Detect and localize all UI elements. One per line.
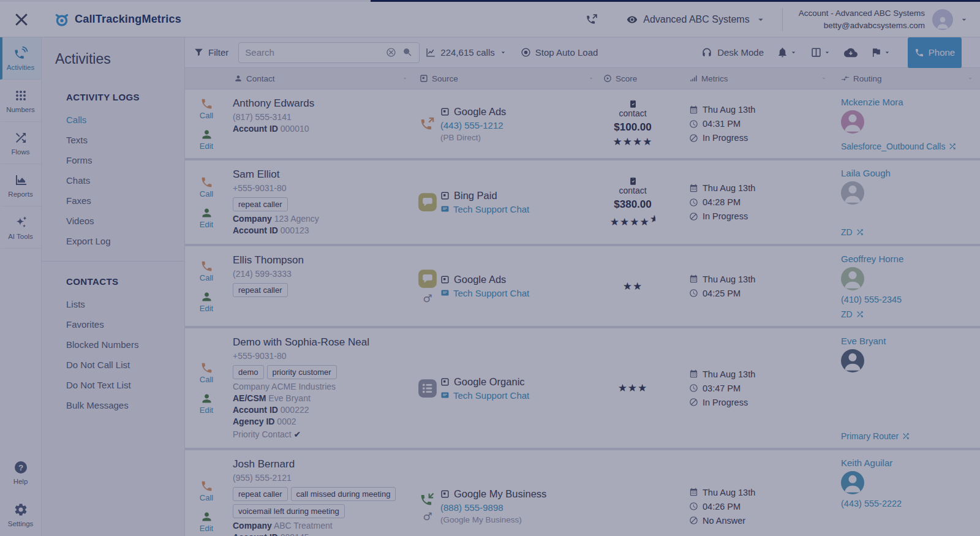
call-button[interactable]: Call bbox=[200, 176, 213, 198]
notifications-button[interactable] bbox=[777, 47, 797, 58]
table-row[interactable]: CallEditSam Elliot+555-9031-80repeat cal… bbox=[185, 160, 980, 244]
close-icon[interactable] bbox=[12, 10, 31, 29]
metrics-cell: Thu Aug 13th04:28 PMIn Progress bbox=[687, 166, 834, 238]
flag-button[interactable] bbox=[870, 47, 891, 58]
columns-icon bbox=[810, 47, 822, 58]
agent-link[interactable]: Mckenzie Mora bbox=[841, 96, 968, 108]
phone-button[interactable]: Phone bbox=[908, 37, 962, 68]
call-button[interactable]: Call bbox=[200, 260, 213, 282]
sidebar-item-do-not-call-list[interactable]: Do Not Call List bbox=[42, 355, 184, 375]
sidebar-item-chats[interactable]: Chats bbox=[42, 170, 184, 191]
sidebar-item-texts[interactable]: Texts bbox=[42, 130, 184, 150]
edit-button[interactable]: Edit bbox=[200, 392, 213, 415]
rail-item-flows[interactable]: Flows bbox=[0, 122, 41, 164]
table-row[interactable]: CallEditDemo with Sophia-Rose Neal+555-9… bbox=[185, 328, 980, 448]
row-actions: CallEdit bbox=[185, 166, 228, 238]
columns-button[interactable] bbox=[810, 47, 831, 58]
sidebar-item-blocked-numbers[interactable]: Blocked Numbers bbox=[42, 334, 184, 355]
rail-item-numbers[interactable]: Numbers bbox=[0, 80, 41, 122]
routing-queue-link[interactable]: Primary Router bbox=[841, 426, 968, 441]
sidebar-item-videos[interactable]: Videos bbox=[42, 211, 184, 231]
column-header-score[interactable]: Score bbox=[601, 68, 687, 89]
sidebar-item-export-log[interactable]: Export Log bbox=[42, 231, 184, 251]
brand-logo[interactable]: CallTrackingMetrics bbox=[54, 12, 181, 28]
header-call-icon[interactable] bbox=[586, 13, 598, 26]
agent-link[interactable]: Keith Aguilar bbox=[841, 457, 968, 469]
call-button[interactable]: Call bbox=[200, 361, 213, 384]
bell-caret-icon bbox=[790, 48, 797, 56]
export-button[interactable] bbox=[844, 46, 858, 59]
rail-item-label: Help bbox=[13, 478, 28, 485]
routing-queue-link[interactable]: Salesforce_Outbound Calls bbox=[841, 137, 968, 151]
column-filter-caret-icon[interactable] bbox=[401, 75, 409, 82]
call-button[interactable]: Call bbox=[200, 97, 213, 120]
score-amount: $100.00 bbox=[607, 121, 658, 134]
rail-item-reports[interactable]: Reports bbox=[0, 164, 41, 206]
search-icon[interactable] bbox=[402, 47, 413, 58]
direction-icons bbox=[415, 166, 440, 238]
sidebar-item-calls[interactable]: Calls bbox=[42, 110, 184, 130]
score-cell: contact$380.00★★★★★ bbox=[601, 166, 687, 238]
edit-button[interactable]: Edit bbox=[200, 206, 213, 229]
source-name: Google Ads bbox=[440, 106, 596, 118]
column-filter-caret-icon[interactable] bbox=[820, 75, 827, 82]
routing-queue-link[interactable]: ZD bbox=[841, 222, 968, 237]
account-info[interactable]: Account - Advanced ABC Systems betty@adv… bbox=[799, 7, 925, 31]
edit-button[interactable]: Edit bbox=[200, 128, 213, 151]
workspace-selector[interactable]: Advanced ABC Systems bbox=[627, 14, 766, 25]
agent-avatar[interactable] bbox=[841, 181, 864, 205]
table-header: ContactSourceScoreMetricsRouting bbox=[185, 68, 980, 89]
rail-item-ai-tools[interactable]: AI Tools bbox=[0, 206, 41, 249]
routing-queue-link[interactable]: ZD bbox=[841, 304, 968, 319]
sidebar-item-lists[interactable]: Lists bbox=[42, 294, 184, 314]
chat-source-link[interactable]: Tech Support Chat bbox=[440, 288, 596, 298]
clipboard-check-icon bbox=[628, 176, 638, 186]
agent-phone-link[interactable]: (443) 555-2222 bbox=[841, 499, 968, 508]
sidebar-item-bulk-messages[interactable]: Bulk Messages bbox=[42, 395, 184, 415]
user-avatar[interactable] bbox=[932, 9, 953, 30]
sidebar-item-faxes[interactable]: Faxes bbox=[42, 191, 184, 211]
edit-button[interactable]: Edit bbox=[200, 510, 213, 533]
clear-search-icon[interactable] bbox=[386, 47, 396, 58]
rail-item-activities[interactable]: Activities bbox=[0, 37, 41, 80]
agent-phone-link[interactable]: (410) 555-2345 bbox=[841, 295, 968, 304]
stop-auto-load-button[interactable]: Stop Auto Load bbox=[521, 47, 598, 58]
agent-avatar[interactable] bbox=[841, 349, 864, 372]
agent-avatar[interactable] bbox=[841, 267, 864, 290]
table-row[interactable]: CallEditEllis Thompson(214) 599-3333repe… bbox=[185, 246, 980, 326]
column-header-source[interactable]: Source bbox=[415, 68, 601, 89]
column-filter-caret-icon[interactable] bbox=[967, 75, 974, 82]
rail-item-help[interactable]: ?Help bbox=[0, 451, 41, 494]
tracking-number-link[interactable]: (443) 555-1212 bbox=[440, 120, 596, 130]
filter-button[interactable]: Filter bbox=[194, 47, 228, 58]
column-filter-caret-icon[interactable] bbox=[587, 75, 595, 82]
edit-button[interactable]: Edit bbox=[200, 290, 213, 313]
table-row[interactable]: CallEditAnthony Edwards(817) 555-3141Acc… bbox=[185, 89, 980, 158]
agent-link[interactable]: Laila Gough bbox=[841, 167, 968, 179]
tracking-number-link[interactable]: (888) 555-9898 bbox=[440, 502, 596, 513]
column-header-metrics[interactable]: Metrics bbox=[687, 68, 834, 89]
chat-source-link[interactable]: Tech Support Chat bbox=[440, 204, 596, 214]
ban-icon bbox=[689, 516, 698, 525]
agent-link[interactable]: Eve Bryant bbox=[841, 335, 968, 347]
calls-count-dropdown[interactable]: 224,615 calls bbox=[426, 47, 507, 58]
rail-item-settings[interactable]: Settings bbox=[0, 494, 41, 536]
call-button[interactable]: Call bbox=[200, 480, 213, 502]
column-header-contact[interactable]: Contact bbox=[185, 68, 415, 89]
edit-person-icon bbox=[200, 510, 213, 523]
sidebar-item-do-not-text-list[interactable]: Do Not Text List bbox=[42, 375, 184, 395]
agent-avatar[interactable] bbox=[841, 471, 864, 494]
sidebar-item-favorites[interactable]: Favorites bbox=[42, 314, 184, 334]
table-row[interactable]: CallEditJosh Bernard(955) 555-2121repeat… bbox=[185, 450, 980, 536]
account-chevron-down-icon[interactable] bbox=[959, 15, 969, 25]
chat-source-link[interactable]: Tech Support Chat bbox=[440, 390, 596, 401]
agent-avatar[interactable] bbox=[841, 110, 864, 134]
column-header-routing[interactable]: Routing bbox=[834, 68, 980, 89]
desk-mode-button[interactable]: Desk Mode bbox=[701, 47, 764, 59]
source-cell: Google OrganicTech Support Chat bbox=[440, 334, 601, 442]
sidebar-item-forms[interactable]: Forms bbox=[42, 150, 184, 170]
agent-link[interactable]: Geoffrey Horne bbox=[841, 253, 968, 265]
source-window-icon bbox=[440, 489, 450, 499]
search-input[interactable] bbox=[245, 47, 386, 58]
metric-time: 04:25 PM bbox=[689, 289, 834, 298]
